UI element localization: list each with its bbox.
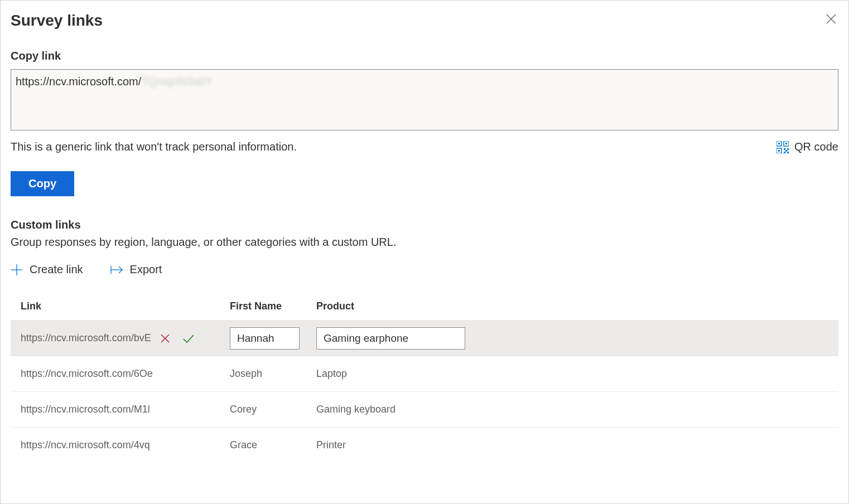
generic-link-info: This is a generic link that won't track … [11,140,297,153]
svg-rect-12 [787,152,789,153]
export-icon [110,265,123,275]
product-cell: Printer [316,439,828,451]
col-header-link: Link [21,301,230,312]
table-row[interactable]: https://ncv.microsoft.com/4vqGracePrinte… [11,427,838,463]
link-cell: https://ncv.microsoft.com/6Oe [21,368,230,380]
table-row[interactable]: https://ncv.microsoft.com/bvE [11,320,838,356]
close-button[interactable] [824,12,838,28]
table-header: Link First Name Product [11,293,838,320]
qr-label: QR code [794,140,838,153]
product-cell [316,327,828,350]
create-link-button[interactable]: Create link [11,263,83,276]
product-input[interactable] [316,327,465,350]
custom-links-actions: Create link Export [11,263,838,276]
link-text: https://ncv.microsoft.com/4vq [21,439,150,451]
checkmark-icon [182,333,195,343]
close-icon [826,14,836,24]
qr-code-icon [776,141,789,153]
custom-links-description: Group responses by region, language, or … [11,236,838,249]
row-actions [159,332,196,345]
svg-rect-8 [784,148,785,150]
link-cell: https://ncv.microsoft.com/bvE [21,332,230,345]
table-body: https://ncv.microsoft.com/bvEhttps://ncv… [11,320,838,463]
link-text: https://ncv.microsoft.com/bvE [21,332,151,344]
link-cell: https://ncv.microsoft.com/M1l [21,404,230,415]
qr-code-button[interactable]: QR code [776,140,838,153]
confirm-edit-button[interactable] [181,332,196,345]
col-header-firstname: First Name [230,301,316,312]
svg-rect-5 [785,143,787,144]
product-cell: Laptop [316,368,828,380]
plus-icon [11,264,23,276]
link-text: https://ncv.microsoft.com/6Oe [21,368,153,380]
panel-title: Survey links [11,12,103,30]
table-row[interactable]: https://ncv.microsoft.com/M1lCoreyGaming… [11,391,838,427]
custom-links-title: Custom links [11,219,838,231]
survey-link-textarea[interactable]: https://ncv.microsoft.com/TQmqnN3a0Y [11,69,838,130]
svg-rect-3 [778,143,780,144]
firstname-cell [230,327,316,350]
info-row: This is a generic link that won't track … [11,140,838,153]
product-cell: Gaming keyboard [316,404,828,415]
link-text: https://ncv.microsoft.com/M1l [21,404,150,415]
svg-rect-10 [784,152,785,153]
export-button[interactable]: Export [110,263,162,276]
x-icon [160,333,170,343]
panel-header: Survey links [11,12,838,30]
svg-rect-9 [787,148,789,150]
col-header-product: Product [316,301,828,312]
create-link-label: Create link [30,263,83,276]
survey-links-panel: Survey links Copy link https://ncv.micro… [0,0,849,504]
export-label: Export [130,263,162,276]
firstname-input[interactable] [230,327,300,350]
cancel-edit-button[interactable] [159,332,171,345]
survey-link-prefix: https://ncv.microsoft.com/ [16,75,141,88]
firstname-cell: Grace [230,439,316,451]
firstname-cell: Corey [230,404,316,415]
svg-rect-11 [785,150,787,152]
copy-link-label: Copy link [11,50,838,62]
link-cell: https://ncv.microsoft.com/4vq [21,439,230,451]
table-row[interactable]: https://ncv.microsoft.com/6OeJosephLapto… [11,356,838,391]
svg-rect-7 [778,150,780,152]
survey-link-suffix: TQmqnN3a0Y [141,75,213,88]
custom-links-table: Link First Name Product https://ncv.micr… [11,293,838,463]
copy-button[interactable]: Copy [11,171,74,196]
firstname-cell: Joseph [230,368,316,380]
